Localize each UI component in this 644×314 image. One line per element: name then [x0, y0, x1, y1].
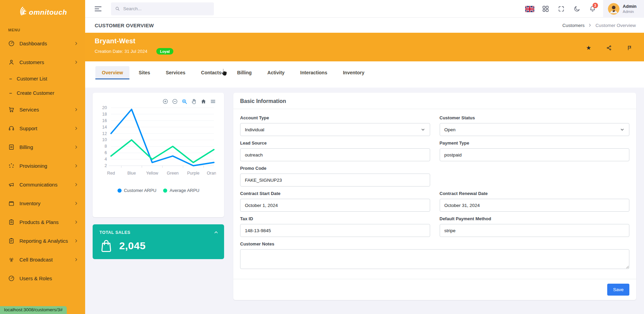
tax-id-input[interactable] [240, 224, 430, 237]
tab-contacts[interactable]: Contacts [194, 66, 228, 79]
promo-code-input[interactable] [240, 174, 430, 186]
sidebar-item-cell-broadcast[interactable]: Cell Broadcast [0, 250, 85, 269]
svg-text:Yellow: Yellow [146, 171, 159, 176]
tab-interactions[interactable]: Interactions [294, 66, 334, 79]
sidebar-item-products-plans[interactable]: Products & Plans [0, 213, 85, 231]
tab-services[interactable]: Services [159, 66, 192, 79]
user-name: Admin [623, 4, 637, 9]
sidebar-item-label: Billing [19, 144, 69, 150]
payment-type-input[interactable] [440, 148, 630, 161]
sidebar-toggle-hamburger-icon[interactable] [95, 6, 102, 11]
tab-overview[interactable]: Overview [95, 66, 129, 79]
sidebar-item-support[interactable]: Support [0, 119, 85, 138]
select-value: Open [444, 127, 456, 132]
legend-dot-blue-icon [117, 189, 122, 193]
legend-dot-green-icon [163, 189, 167, 193]
save-button[interactable]: Save [607, 284, 629, 296]
customer-tabs: Overview Sites Services Contacts Billing… [85, 61, 644, 88]
arpu-chart-card: 2468101214161820RedBlueYellowGreenPurple… [93, 93, 224, 217]
sidebar-item-customers[interactable]: Customers [0, 53, 85, 72]
contract-renewal-date-input[interactable] [440, 199, 630, 212]
tab-sites[interactable]: Sites [132, 66, 156, 79]
field-label: Account Type [240, 115, 430, 120]
svg-text:Purple: Purple [187, 171, 200, 176]
svg-text:Orange: Orange [207, 171, 216, 176]
sidebar-item-customer-list[interactable]: – Customer List [0, 72, 85, 86]
sidebar-item-inventory[interactable]: Inventory [0, 194, 85, 213]
invoice-icon [8, 144, 15, 150]
sidebar-item-provisioning[interactable]: Provisioning [0, 156, 85, 175]
field-account-type: Account Type Individual [240, 115, 430, 136]
notifications-button[interactable]: 3 [585, 0, 600, 18]
collapse-chevron-up-icon[interactable] [214, 230, 219, 235]
sidebar-item-dashboards[interactable]: Dashboards [0, 34, 85, 53]
arpu-chart[interactable]: 2468101214161820RedBlueYellowGreenPurple… [101, 104, 216, 183]
user-menu[interactable]: Admin Admin [603, 0, 644, 18]
field-promo-code: Promo Code [240, 166, 430, 186]
chart-selection-zoom-icon[interactable] [182, 99, 187, 104]
fullscreen-button[interactable] [553, 0, 569, 18]
basic-information-card: Basic Information Account Type Individua… [233, 93, 636, 300]
tab-activity[interactable]: Activity [261, 66, 291, 79]
tab-inventory[interactable]: Inventory [336, 66, 371, 79]
page-title-bar: CUSTOMER OVERVIEW Customers Customer Ove… [85, 18, 644, 33]
sidebar-item-label: Provisioning [19, 163, 69, 169]
chevron-right-icon [74, 239, 78, 243]
customer-status-select[interactable]: Open [440, 123, 630, 136]
sidebar-item-services[interactable]: Services [0, 100, 85, 119]
chevron-right-icon [74, 257, 78, 262]
contract-start-date-input[interactable] [240, 199, 430, 212]
total-sales-label: TOTAL SALES [99, 230, 217, 235]
sidebar-item-billing[interactable]: Billing [0, 138, 85, 156]
flag-icon[interactable] [627, 45, 632, 51]
sidebar-item-create-customer[interactable]: – Create Customer [0, 86, 85, 100]
chart-reset-home-icon[interactable] [201, 99, 206, 104]
tab-billing[interactable]: Billing [231, 66, 258, 79]
megaphone-icon [8, 181, 15, 188]
share-icon[interactable] [606, 45, 612, 51]
legend-average-arpu[interactable]: Average ARPU [163, 188, 199, 193]
favorite-star-icon[interactable]: ★ [586, 45, 591, 51]
sidebar-item-communications[interactable]: Communications [0, 175, 85, 194]
field-label: Customer Notes [240, 241, 629, 246]
field-contract-start-date: Contract Start Date [240, 191, 430, 212]
apps-grid-button[interactable] [538, 0, 553, 18]
page-title: CUSTOMER OVERVIEW [95, 23, 154, 28]
legend-label: Average ARPU [170, 188, 199, 193]
lead-source-input[interactable] [240, 148, 430, 161]
field-customer-status: Customer Status Open [440, 115, 630, 136]
shopping-bag-icon [99, 238, 113, 253]
chart-zoom-in-icon[interactable] [162, 99, 168, 104]
chart-zoom-out-icon[interactable] [172, 99, 178, 104]
chart-pan-icon[interactable] [191, 99, 197, 104]
svg-text:14: 14 [102, 125, 107, 130]
sidebar-item-label: Support [19, 125, 69, 131]
sidebar-item-users-roles[interactable]: Users & Roles [0, 269, 85, 288]
global-search[interactable] [111, 2, 214, 15]
account-type-select[interactable]: Individual [240, 123, 430, 136]
search-input[interactable] [123, 6, 210, 11]
field-label: Tax ID [240, 216, 430, 221]
fullscreen-icon [558, 5, 565, 12]
brand-logo[interactable]: omnitouch [0, 0, 85, 22]
omnitouch-waves-icon [18, 5, 28, 16]
headset-icon [8, 125, 15, 132]
sidebar-item-label: Dashboards [19, 41, 69, 46]
chevron-down-icon [421, 127, 425, 132]
breadcrumb-customers-link[interactable]: Customers [562, 23, 584, 28]
broadcast-antenna-icon [8, 256, 15, 263]
sidebar-item-reporting-analytics[interactable]: Reporting & Analytics [0, 231, 85, 250]
roles-gauge-icon [8, 275, 15, 282]
customer-notes-textarea[interactable] [240, 249, 629, 269]
chart-menu-icon[interactable] [210, 99, 216, 104]
dark-mode-button[interactable] [569, 0, 585, 18]
language-flag-button[interactable] [522, 0, 538, 18]
chevron-right-icon [74, 145, 78, 149]
shopping-cart-icon [8, 106, 15, 113]
sidebar-item-label: Users & Roles [19, 275, 78, 281]
default-payment-method-input[interactable] [440, 224, 630, 237]
legend-customer-arpu[interactable]: Customer ARPU [117, 188, 156, 193]
moon-icon [574, 5, 580, 12]
sidebar-item-label: Customers [19, 59, 69, 65]
dash-icon: – [9, 90, 12, 96]
